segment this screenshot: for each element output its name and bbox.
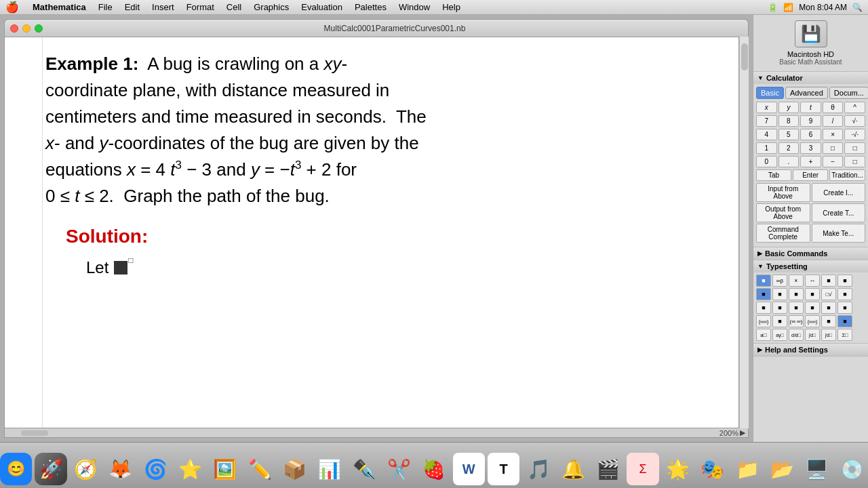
calc-4[interactable]: 4	[756, 129, 777, 140]
calc-9[interactable]: 9	[800, 115, 821, 127]
type-btn-deriv[interactable]: d/d□	[789, 329, 804, 341]
advanced-tab[interactable]: Advanced	[785, 87, 828, 99]
calc-6[interactable]: 6	[800, 129, 821, 140]
menubar-mathematica[interactable]: Mathematica	[27, 0, 92, 15]
dock-bell[interactable]: 🔔	[557, 453, 589, 485]
dock-folder2[interactable]: 📂	[766, 453, 798, 485]
type-btn-integral[interactable]: ∫d□	[805, 329, 820, 341]
dock-launchpad[interactable]: 🚀	[35, 453, 66, 485]
dock-safari[interactable]: 🧭	[70, 453, 102, 485]
create-t-btn[interactable]: Create T...	[812, 203, 866, 222]
calc-power[interactable]: ^	[844, 102, 865, 113]
calc-t[interactable]: t	[800, 102, 821, 113]
type-btn-a-gamma[interactable]: aγ□	[772, 329, 787, 341]
calc-2[interactable]: 2	[778, 142, 800, 154]
dock-numbers[interactable]: 📊	[313, 453, 345, 485]
create-i-btn[interactable]: Create I...	[812, 183, 866, 202]
make-te-btn[interactable]: Make Te...	[812, 224, 866, 243]
calc-tradition[interactable]: Tradition...	[829, 169, 865, 181]
menubar-window[interactable]: Window	[393, 0, 435, 15]
search-icon[interactable]: 🔍	[852, 3, 863, 12]
type-btn-14[interactable]: ■	[772, 302, 787, 314]
dock-word[interactable]: W	[453, 453, 485, 485]
type-btn-bold[interactable]: ■	[756, 274, 771, 287]
dock-pen[interactable]: ✏️	[243, 453, 275, 485]
calc-1[interactable]: 1	[756, 142, 777, 154]
output-above-btn[interactable]: Output from Above	[756, 203, 810, 222]
vertical-scrollbar[interactable]	[739, 37, 749, 428]
type-btn-6[interactable]: ■	[837, 274, 852, 287]
dock-mask[interactable]: 🎭	[696, 453, 728, 485]
menubar-file[interactable]: File	[93, 0, 118, 15]
type-btn-12[interactable]: ■	[837, 288, 852, 300]
basic-commands-header[interactable]: ▶ Basic Commands	[753, 247, 868, 260]
docum-tab[interactable]: Docum...	[829, 87, 868, 99]
dock-scissors[interactable]: ✂️	[383, 453, 415, 485]
calc-box2[interactable]: □	[844, 142, 865, 154]
type-btn-9[interactable]: ■	[789, 288, 804, 300]
menubar-palettes[interactable]: Palettes	[349, 0, 392, 15]
type-btn-23[interactable]: ■	[821, 315, 836, 327]
apple-menu[interactable]: 🍎	[5, 1, 19, 14]
dock-disc[interactable]: 💿	[836, 453, 868, 485]
type-btn-18[interactable]: ■	[837, 302, 852, 314]
calc-5[interactable]: 5	[778, 129, 800, 140]
calc-minus[interactable]: −	[823, 156, 844, 167]
calc-0[interactable]: 0	[756, 156, 777, 167]
dock-star2[interactable]: 🌟	[662, 453, 694, 485]
type-btn-times[interactable]: ×	[789, 274, 804, 287]
calc-multiply[interactable]: ×	[823, 129, 844, 140]
type-btn-infinity[interactable]: ∞β	[772, 274, 787, 287]
type-btn-8[interactable]: ■	[772, 288, 787, 300]
dock-box[interactable]: 📦	[279, 453, 311, 485]
calc-x[interactable]: x	[756, 102, 777, 113]
type-btn-arrow[interactable]: ↔	[805, 274, 820, 287]
type-btn-5[interactable]: ■	[821, 274, 836, 287]
dock-berry[interactable]: 🍓	[418, 453, 450, 485]
calc-dot[interactable]: .	[778, 156, 800, 167]
input-placeholder[interactable]	[114, 261, 127, 274]
calc-sqrt[interactable]: √·	[844, 115, 865, 127]
type-btn-10[interactable]: ■	[805, 288, 820, 300]
dock-firefox[interactable]: 🦊	[104, 453, 136, 485]
calc-enter[interactable]: Enter	[793, 169, 828, 181]
type-btn-22[interactable]: {∞∞}	[805, 315, 820, 327]
menubar-format[interactable]: Format	[181, 0, 220, 15]
type-btn-15[interactable]: ■	[789, 302, 804, 314]
calc-3[interactable]: 3	[800, 142, 821, 154]
dock-chrome[interactable]: 🌀	[139, 453, 171, 485]
menubar-graphics[interactable]: Graphics	[248, 0, 294, 15]
basic-tab[interactable]: Basic	[756, 87, 784, 99]
menubar-evaluation[interactable]: Evaluation	[296, 0, 348, 15]
menubar-edit[interactable]: Edit	[119, 0, 145, 15]
dock-mathematica[interactable]: Σ	[627, 453, 658, 485]
calc-divide[interactable]: /	[823, 115, 844, 127]
type-btn-integral2[interactable]: ∫d□	[821, 329, 836, 341]
type-btn-13[interactable]: ■	[756, 302, 771, 314]
calculator-header[interactable]: ▼ Calculator	[753, 72, 868, 84]
dock-textedit[interactable]: T	[488, 453, 519, 485]
dock-star[interactable]: ⭐	[174, 453, 206, 485]
dock-folder1[interactable]: 📁	[732, 453, 764, 485]
calc-box3[interactable]: □	[844, 156, 865, 167]
calc-tab[interactable]: Tab	[756, 169, 791, 181]
dock-draw[interactable]: ✒️	[349, 453, 380, 485]
menubar-cell[interactable]: Cell	[221, 0, 247, 15]
horizontal-scrollbar[interactable]: 200% ▶	[4, 428, 749, 438]
zoom-button[interactable]	[35, 24, 43, 33]
menubar-insert[interactable]: Insert	[146, 0, 180, 15]
calc-nthroot[interactable]: ·√·	[844, 129, 865, 140]
type-btn-17[interactable]: ■	[821, 302, 836, 314]
calc-8[interactable]: 8	[778, 115, 800, 127]
type-btn-sqrt2[interactable]: □√	[821, 288, 836, 300]
calc-y[interactable]: y	[778, 102, 800, 113]
calc-7[interactable]: 7	[756, 115, 777, 127]
input-above-btn[interactable]: Input from Above	[756, 183, 810, 202]
dock-photos[interactable]: 🖼️	[209, 453, 241, 485]
let-line[interactable]: Let	[86, 258, 698, 277]
command-complete-btn[interactable]: Command Complete	[756, 224, 810, 243]
calc-plus[interactable]: +	[800, 156, 821, 167]
notebook-content[interactable]: Example 1: A bug is crawling on a xy- co…	[4, 37, 739, 428]
minimize-button[interactable]	[22, 24, 31, 33]
type-btn-sum[interactable]: Σ□	[837, 329, 852, 341]
